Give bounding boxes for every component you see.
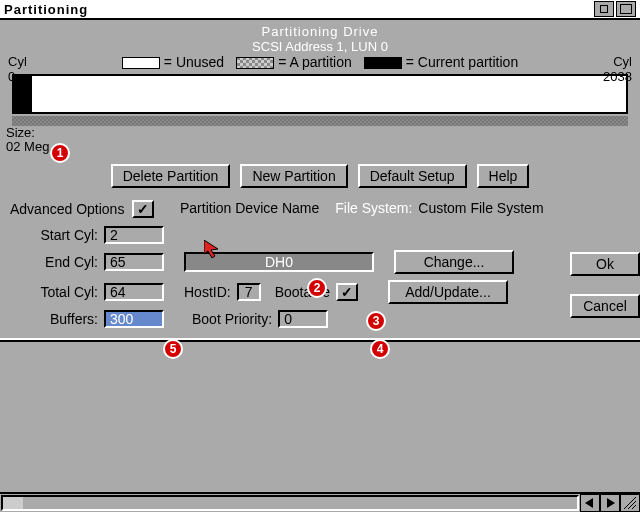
- horizontal-scrollbar: [0, 492, 640, 512]
- scrollbar-thumb[interactable]: [3, 497, 23, 509]
- title-bar: Partitioning: [0, 0, 640, 20]
- current-partition-segment[interactable]: [14, 76, 32, 112]
- total-cyl-label: Total Cyl:: [10, 284, 98, 300]
- partition-device-name-label: Partition Device Name: [180, 200, 319, 216]
- change-button[interactable]: Change...: [394, 250, 514, 274]
- page-title: Partitioning Drive: [0, 20, 640, 39]
- size-label: Size:: [0, 126, 640, 140]
- swatch-unused: [122, 57, 160, 69]
- end-cyl-input[interactable]: 65: [104, 253, 164, 271]
- bootable-checkbox[interactable]: ✓: [336, 283, 358, 301]
- device-name-value: DH0: [265, 254, 293, 270]
- hostid-label: HostID:: [184, 284, 231, 300]
- boot-priority-input[interactable]: 0: [278, 310, 328, 328]
- cancel-button[interactable]: Cancel: [570, 294, 640, 318]
- start-cyl-label: Start Cyl:: [10, 227, 98, 243]
- mouse-pointer-icon: [204, 240, 226, 262]
- add-update-button[interactable]: Add/Update...: [388, 280, 508, 304]
- annotation-marker-2: 2: [307, 278, 327, 298]
- legend: = Unused = A partition = Current partiti…: [0, 54, 640, 70]
- buffers-label: Buffers:: [10, 311, 98, 327]
- scroll-left-button[interactable]: [580, 494, 600, 512]
- cyl-right-value: 2038: [603, 69, 632, 84]
- default-setup-button[interactable]: Default Setup: [358, 164, 467, 188]
- scroll-right-button[interactable]: [600, 494, 620, 512]
- ok-button[interactable]: Ok: [570, 252, 640, 276]
- annotation-marker-4: 4: [370, 339, 390, 359]
- delete-partition-button[interactable]: Delete Partition: [111, 164, 231, 188]
- legend-unused: = Unused: [164, 54, 224, 70]
- file-system-label: File System:: [335, 200, 412, 216]
- button-row: Delete Partition New Partition Default S…: [0, 164, 640, 188]
- advanced-options-label: Advanced Options: [10, 201, 124, 217]
- annotation-marker-3: 3: [366, 311, 386, 331]
- hostid-input[interactable]: 7: [237, 283, 261, 301]
- svg-marker-0: [204, 240, 218, 258]
- new-partition-button[interactable]: New Partition: [240, 164, 347, 188]
- form-area: Advanced Options ✓ Partition Device Name…: [0, 200, 640, 328]
- window-title: Partitioning: [4, 2, 88, 17]
- depth-gadget[interactable]: [616, 1, 636, 17]
- partition-slider-track[interactable]: [12, 116, 628, 126]
- total-cyl-input[interactable]: 64: [104, 283, 164, 301]
- partition-bar[interactable]: [12, 74, 628, 114]
- annotation-marker-1: 1: [50, 143, 70, 163]
- scrollbar-track[interactable]: [1, 495, 579, 511]
- swatch-current: [364, 57, 402, 69]
- page-subtitle: SCSI Address 1, LUN 0: [0, 39, 640, 54]
- start-cyl-input[interactable]: 2: [104, 226, 164, 244]
- swatch-partition: [236, 57, 274, 69]
- cyl-right-label: Cyl: [603, 54, 632, 69]
- svg-marker-1: [585, 498, 593, 508]
- help-button[interactable]: Help: [477, 164, 530, 188]
- resize-gadget[interactable]: [620, 494, 640, 512]
- titlebar-gadgets: [594, 1, 636, 17]
- size-value: 02 Meg: [0, 140, 640, 154]
- svg-marker-2: [607, 498, 615, 508]
- buffers-input[interactable]: 300: [104, 310, 164, 328]
- file-system-value: Custom File System: [418, 200, 543, 216]
- zoom-gadget[interactable]: [594, 1, 614, 17]
- legend-current: = Current partition: [406, 54, 518, 70]
- legend-partition: = A partition: [278, 54, 352, 70]
- boot-priority-label: Boot Priority:: [192, 311, 272, 327]
- annotation-marker-5: 5: [163, 339, 183, 359]
- cyl-left-label: Cyl: [8, 54, 27, 69]
- divider: [0, 338, 640, 342]
- advanced-options-checkbox[interactable]: ✓: [132, 200, 154, 218]
- end-cyl-label: End Cyl:: [10, 254, 98, 270]
